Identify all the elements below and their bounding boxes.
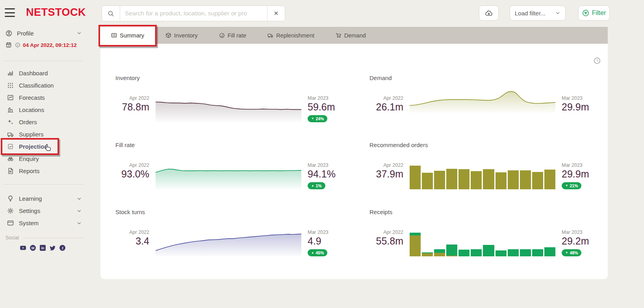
triangle-down-icon: ▼ bbox=[311, 117, 314, 120]
tab-label: Summary bbox=[120, 32, 144, 39]
load-filter-select[interactable]: Load filter... bbox=[510, 6, 566, 21]
facebook-icon[interactable]: f bbox=[59, 245, 66, 251]
change-badge: ▲ 45% bbox=[308, 249, 327, 256]
svg-text:19: 19 bbox=[7, 45, 10, 47]
panel-recommended-orders[interactable]: Recommended orders Apr 2022 37.9m Mar 20… bbox=[369, 142, 606, 189]
end-value-block: Mar 2023 29.9m ▼ 21% bbox=[562, 162, 606, 189]
close-icon: ✕ bbox=[274, 10, 279, 17]
tab-demand[interactable]: Demand bbox=[325, 27, 377, 44]
filter-button-label: Filter bbox=[592, 9, 606, 17]
end-value-block: Mar 2023 29.2m ▼ 48% bbox=[562, 230, 606, 256]
load-filter-label: Load filter... bbox=[515, 10, 546, 17]
sidebar-group-settings[interactable]: Settings bbox=[0, 205, 100, 217]
start-period-label: Apr 2022 bbox=[115, 95, 149, 101]
panel-fillrate[interactable]: Fill rate Apr 2022 93.0% Mar 2023 94.1% … bbox=[115, 142, 352, 189]
sparkline-fillrate bbox=[156, 163, 301, 189]
divider bbox=[3, 61, 83, 61]
tab-summary[interactable]: Summary bbox=[100, 27, 155, 44]
start-value: 26.1m bbox=[369, 102, 403, 113]
search-icon[interactable] bbox=[102, 6, 120, 21]
chevron-down-icon bbox=[76, 196, 82, 202]
bar bbox=[410, 166, 421, 189]
help-icon[interactable]: ? bbox=[594, 57, 601, 64]
wordpress-icon[interactable]: W bbox=[30, 245, 36, 251]
classification-icon bbox=[7, 82, 14, 89]
bar bbox=[483, 169, 494, 189]
export-button[interactable] bbox=[479, 6, 499, 21]
sidebar-item-label: Enquiry bbox=[19, 155, 39, 162]
demand-icon bbox=[336, 32, 341, 38]
end-period-label: Mar 2023 bbox=[562, 230, 606, 235]
bar-chart-receipts bbox=[410, 233, 555, 256]
youtube-icon[interactable] bbox=[20, 245, 26, 251]
sidebar-item-reports[interactable]: Reports bbox=[0, 165, 100, 177]
end-value: 29.2m bbox=[562, 236, 606, 247]
sidebar-item-label: Reports bbox=[19, 168, 40, 174]
replenishment-icon bbox=[267, 32, 273, 38]
profile-menu[interactable]: Profile bbox=[0, 28, 100, 39]
triangle-up-icon: ▲ bbox=[311, 251, 314, 254]
sidebar-item-orders[interactable]: Orders bbox=[0, 116, 100, 128]
start-period-label: Apr 2022 bbox=[369, 162, 403, 168]
start-value: 3.4 bbox=[115, 236, 149, 247]
tab-inventory[interactable]: Inventory bbox=[155, 27, 208, 44]
stacked-bar bbox=[508, 249, 519, 256]
date-row[interactable]: 19 04 Apr 2022, 09:12:12 bbox=[0, 41, 100, 49]
calendar-icon: 19 bbox=[6, 42, 12, 48]
sidebar-group-learning[interactable]: Learning bbox=[0, 192, 100, 205]
sidebar-item-enquiry[interactable]: Enquiry bbox=[0, 153, 100, 165]
filter-button[interactable]: Filter bbox=[578, 6, 610, 21]
stacked-bar bbox=[532, 249, 543, 256]
sidebar-item-forecasts[interactable]: Forecasts bbox=[0, 91, 100, 104]
settings-icon bbox=[7, 207, 14, 214]
social-section-label: Social bbox=[6, 235, 84, 241]
stacked-bar bbox=[483, 245, 494, 256]
sidebar-group-system[interactable]: System bbox=[0, 217, 100, 229]
linkedin-icon[interactable]: in bbox=[39, 245, 46, 251]
tab-fillrate[interactable]: Fill rate bbox=[208, 27, 257, 44]
sidebar-menu: Dashboard Classification Forecasts Locat… bbox=[0, 67, 100, 177]
twitter-icon[interactable] bbox=[49, 245, 56, 251]
start-value-block: Apr 2022 37.9m bbox=[369, 162, 403, 189]
stacked-bar bbox=[446, 245, 457, 256]
social-label-text: Social bbox=[6, 235, 19, 241]
search-input[interactable] bbox=[120, 6, 267, 21]
start-value-block: Apr 2022 26.1m bbox=[369, 95, 403, 113]
panel-demand[interactable]: Demand Apr 2022 26.1m Mar 2023 29.9m bbox=[369, 75, 606, 113]
orders-icon bbox=[7, 119, 14, 125]
stacked-bar bbox=[422, 252, 433, 256]
start-period-label: Apr 2022 bbox=[115, 230, 149, 235]
stacked-bar bbox=[471, 249, 482, 256]
menu-icon[interactable] bbox=[5, 8, 15, 17]
sidebar-item-projection[interactable]: Projection bbox=[0, 140, 100, 153]
bar bbox=[508, 170, 519, 189]
panel-receipts[interactable]: Receipts Apr 2022 55.8m bbox=[369, 209, 606, 256]
panel-title: Inventory bbox=[115, 75, 352, 81]
sidebar-item-label: Projection bbox=[19, 143, 48, 150]
learning-icon bbox=[7, 195, 14, 202]
start-period-label: Apr 2022 bbox=[369, 230, 403, 235]
end-value-block: Mar 2023 94.1% ▲ 1% bbox=[308, 162, 352, 189]
tab-replenishment[interactable]: Replenishment bbox=[257, 27, 325, 44]
svg-text:W: W bbox=[31, 246, 35, 250]
clear-search-button[interactable]: ✕ bbox=[267, 6, 285, 21]
sidebar-item-label: Classification bbox=[19, 82, 54, 89]
sidebar-item-suppliers[interactable]: Suppliers bbox=[0, 128, 100, 140]
sidebar-item-dashboard[interactable]: Dashboard bbox=[0, 67, 100, 79]
tab-label: Fill rate bbox=[228, 32, 247, 39]
triangle-down-icon: ▼ bbox=[565, 251, 568, 254]
inventory-icon bbox=[165, 32, 171, 38]
end-value: 4.9 bbox=[308, 236, 352, 247]
bar bbox=[434, 171, 445, 189]
panel-stock-turns[interactable]: Stock turns Apr 2022 3.4 Mar 2023 4.9 ▲ … bbox=[115, 209, 352, 256]
bar bbox=[544, 170, 555, 189]
start-value-block: Apr 2022 3.4 bbox=[115, 230, 149, 256]
sidebar-item-classification[interactable]: Classification bbox=[0, 79, 100, 91]
sidebar-item-locations[interactable]: Locations bbox=[0, 104, 100, 116]
panel-inventory[interactable]: Inventory Apr 2022 78.8m Mar 2023 59.6m … bbox=[115, 75, 352, 122]
system-icon bbox=[7, 220, 14, 226]
change-badge: ▼ 21% bbox=[562, 182, 581, 189]
bar-chart-recommended-orders bbox=[410, 166, 555, 189]
stacked-bar bbox=[434, 249, 445, 256]
cursor-hand-icon bbox=[44, 144, 52, 151]
